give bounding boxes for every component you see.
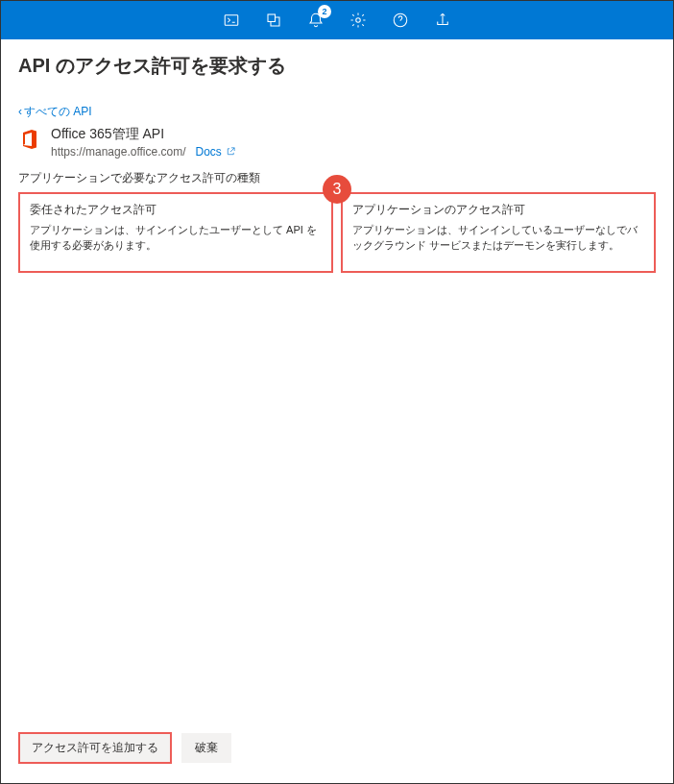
back-link-label: すべての API: [24, 104, 92, 120]
api-name: Office 365管理 API: [51, 126, 236, 143]
delegated-card-title: 委任されたアクセス許可: [30, 202, 322, 218]
footer-actions: アクセス許可を追加する 破棄: [18, 732, 231, 764]
delegated-card-desc: アプリケーションは、サインインしたユーザーとして API を使用する必要がありま…: [30, 222, 322, 254]
svg-rect-0: [225, 15, 238, 26]
page-title: API のアクセス許可を要求する: [18, 53, 656, 79]
notifications-icon[interactable]: 2: [295, 1, 337, 39]
add-permissions-button[interactable]: アクセス許可を追加する: [18, 732, 172, 764]
panel-content: API のアクセス許可を要求する ‹ すべての API Office 365管理…: [1, 39, 673, 273]
permission-cards: 3 委任されたアクセス許可 アプリケーションは、サインインしたユーザーとして A…: [18, 192, 656, 273]
svg-point-2: [356, 18, 361, 23]
settings-icon[interactable]: [337, 1, 379, 39]
delegated-permissions-card[interactable]: 委任されたアクセス許可 アプリケーションは、サインインしたユーザーとして API…: [18, 192, 333, 273]
office-icon: [18, 128, 41, 151]
back-all-apis-link[interactable]: ‹ すべての API: [18, 104, 92, 120]
api-header: Office 365管理 API https://manage.office.c…: [18, 126, 656, 159]
feedback-icon[interactable]: [421, 1, 464, 39]
docs-link[interactable]: Docs: [196, 145, 236, 159]
api-url: https://manage.office.com/: [51, 145, 186, 159]
help-icon[interactable]: [379, 1, 421, 39]
azure-top-bar: 2: [1, 1, 673, 39]
cloud-shell-icon[interactable]: [210, 1, 253, 39]
discard-button[interactable]: 破棄: [181, 733, 231, 763]
svg-rect-1: [268, 14, 276, 22]
docs-link-label: Docs: [196, 145, 222, 159]
step-badge: 3: [323, 175, 351, 204]
application-card-desc: アプリケーションは、サインインしているユーザーなしでバックグラウンド サービスま…: [352, 222, 644, 254]
application-card-title: アプリケーションのアクセス許可: [352, 202, 644, 218]
notification-badge: 2: [318, 5, 331, 18]
chevron-left-icon: ‹: [18, 105, 22, 118]
external-link-icon: [226, 146, 236, 157]
directories-icon[interactable]: [253, 1, 295, 39]
application-permissions-card[interactable]: アプリケーションのアクセス許可 アプリケーションは、サインインしているユーザーな…: [341, 192, 656, 273]
